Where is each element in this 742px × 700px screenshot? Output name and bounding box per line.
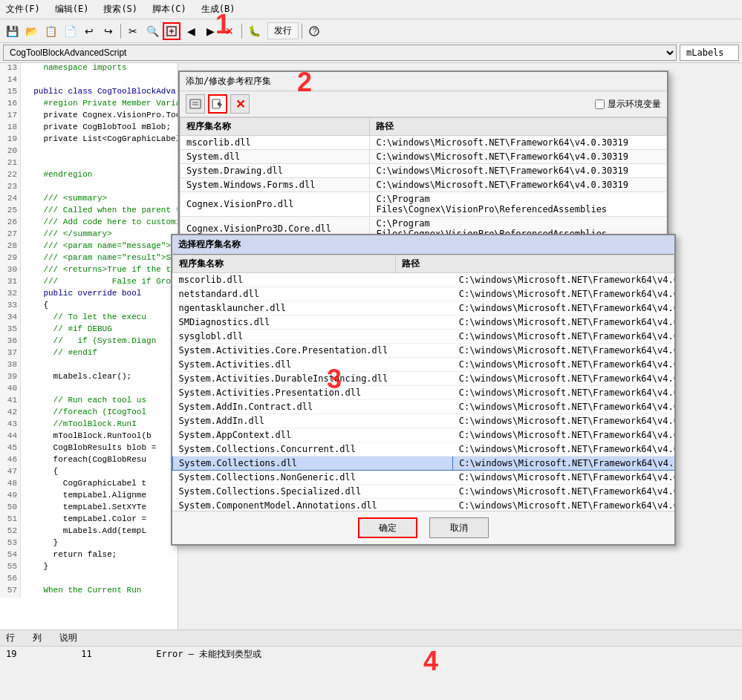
code-line[interactable]: 37 // #endif	[0, 348, 178, 360]
toolbar-paste[interactable]: 📄	[61, 22, 79, 40]
select-asm-row[interactable]: System.Activities.dllC:\windows\Microsof…	[173, 358, 675, 372]
code-line[interactable]: 53 }	[0, 538, 178, 550]
code-line[interactable]: 13 namespace imports	[0, 63, 178, 75]
code-line[interactable]: 31 /// False if GroupR	[0, 277, 178, 289]
select-asm-row[interactable]: System.Activities.Core.Presentation.dllC…	[173, 344, 675, 358]
toolbar-run[interactable]: 发行	[267, 22, 299, 39]
code-line[interactable]: 48 CogGraphicLabel t	[0, 479, 178, 491]
code-line[interactable]: 29 /// <param name="result">Set	[0, 253, 178, 265]
toolbar-stop[interactable]: ✕	[221, 22, 238, 40]
select-asm-row[interactable]: System.AppContext.dllC:\windows\Microsof…	[173, 428, 675, 442]
sep2	[241, 24, 242, 39]
code-line[interactable]: 41 // Run each tool us	[0, 396, 178, 408]
code-line[interactable]: 23	[0, 182, 178, 194]
code-line[interactable]: 38	[0, 360, 178, 372]
code-line[interactable]: 42 //foreach (ICogTool	[0, 408, 178, 419]
show-env-checkbox[interactable]	[595, 99, 605, 109]
ref-table-row[interactable]: System.Drawing.dllC:\windows\Microsoft.N…	[180, 164, 667, 178]
menu-search[interactable]: 搜索(S)	[100, 1, 140, 17]
toolbar-redo[interactable]: ↪	[100, 22, 117, 40]
line-content: }	[21, 538, 178, 550]
ref-table-row[interactable]: mscorlib.dllC:\windows\Microsoft.NET\Fra…	[180, 136, 667, 150]
select-asm-ok-btn[interactable]: 确定	[358, 517, 417, 538]
toolbar-copy[interactable]: 📋	[42, 22, 59, 40]
code-line[interactable]: 27 /// </summary>	[0, 229, 178, 241]
code-line[interactable]: 34 // To let the execu	[0, 313, 178, 324]
code-line[interactable]: 32 public override bool	[0, 289, 178, 301]
menu-build[interactable]: 生成(B)	[198, 1, 238, 17]
toolbar-cut[interactable]: ✂	[124, 22, 142, 40]
code-line[interactable]: 50 tempLabel.SetXYTe	[0, 503, 178, 514]
code-line[interactable]: 22 #endregion	[0, 170, 178, 182]
code-line[interactable]: 19 private List<CogGraphicLabel	[0, 134, 178, 146]
select-asm-row[interactable]: System.Activities.DurableInstancing.dllC…	[173, 372, 675, 386]
code-line[interactable]: 16 #region Private Member Varia	[0, 99, 178, 111]
code-line[interactable]: 51 tempLabel.Color =	[0, 514, 178, 526]
select-asm-row[interactable]: System.ComponentModel.Annotations.dllC:\…	[173, 499, 675, 511]
code-line[interactable]: 28 /// <param name="message">Se	[0, 241, 178, 253]
select-asm-row[interactable]: netstandard.dllC:\windows\Microsoft.NET\…	[173, 287, 675, 301]
add-ref-delete-btn[interactable]: ✕	[230, 94, 250, 114]
line-content: #region Private Member Varia	[21, 99, 178, 111]
code-line[interactable]: 57 When the Current Run	[0, 586, 178, 598]
code-line[interactable]: 18 private CogBlobTool mBlob;	[0, 122, 178, 134]
code-line[interactable]: 14	[0, 75, 178, 87]
select-asm-row[interactable]: mscorlib.dllC:\windows\Microsoft.NET\Fra…	[173, 273, 675, 287]
line-number: 45	[0, 443, 21, 455]
code-line[interactable]: 55 }	[0, 562, 178, 574]
toolbar-find[interactable]: 🔍	[143, 22, 161, 40]
code-line[interactable]: 24 /// <summary>	[0, 194, 178, 206]
select-asm-row[interactable]: System.Activities.Presentation.dllC:\win…	[173, 386, 675, 400]
code-line[interactable]: 54 return false;	[0, 550, 178, 562]
toolbar-undo[interactable]: ↩	[80, 22, 98, 40]
select-asm-row[interactable]: System.Collections.NonGeneric.dllC:\wind…	[173, 471, 675, 485]
code-line[interactable]: 49 tempLabel.Alignme	[0, 491, 178, 503]
select-asm-cancel-btn[interactable]: 取消	[429, 517, 489, 538]
code-line[interactable]: 47 {	[0, 467, 178, 479]
code-line[interactable]: 52 mLabels.Add(tempL	[0, 526, 178, 538]
menu-script[interactable]: 脚本(C)	[149, 1, 189, 17]
toolbar-save[interactable]: 💾	[3, 22, 21, 40]
line-number: 34	[0, 313, 21, 324]
code-line[interactable]: 17 private Cognex.VisionPro.Too	[0, 111, 178, 122]
select-asm-row[interactable]: System.AddIn.Contract.dllC:\windows\Micr…	[173, 400, 675, 414]
select-asm-row[interactable]: System.Collections.Specialized.dllC:\win…	[173, 485, 675, 499]
code-line[interactable]: 25 /// Called when the parent t	[0, 206, 178, 217]
menu-file[interactable]: 文件(F)	[3, 1, 43, 17]
menu-edit[interactable]: 编辑(E)	[52, 1, 92, 17]
code-line[interactable]: 46 foreach(CogBlobResu	[0, 455, 178, 467]
toolbar-help[interactable]: ?	[305, 22, 323, 40]
ref-path: C:\windows\Microsoft.NET\Framework64\v4.…	[370, 136, 667, 150]
select-asm-row[interactable]: System.AddIn.dllC:\windows\Microsoft.NET…	[173, 414, 675, 428]
code-line[interactable]: 15 public class CogToolBlockAdva	[0, 87, 178, 99]
code-line[interactable]: 40	[0, 384, 178, 396]
code-line[interactable]: 39 mLabels.clear();	[0, 372, 178, 384]
ref-table-row[interactable]: System.Windows.Forms.dllC:\windows\Micro…	[180, 178, 667, 192]
select-asm-row[interactable]: ngentasklauncher.dllC:\windows\Microsoft…	[173, 301, 675, 315]
select-asm-row[interactable]: System.Collections.Concurrent.dllC:\wind…	[173, 442, 675, 457]
code-line[interactable]: 35 // #if DEBUG	[0, 324, 178, 336]
toolbar-arrow-left[interactable]: ◀	[182, 22, 200, 40]
toolbar-open[interactable]: 📂	[22, 22, 40, 40]
code-line[interactable]: 45 CogBlobResults blob =	[0, 443, 178, 455]
select-asm-row[interactable]: sysglobl.dllC:\windows\Microsoft.NET\Fra…	[173, 330, 675, 344]
ref-table-row[interactable]: Cognex.VisionPro.dllC:\Program Files\Cog…	[180, 192, 667, 217]
code-line[interactable]: 36 // if (System.Diagn	[0, 336, 178, 348]
code-line[interactable]: 44 mToolBlock.RunTool(b	[0, 431, 178, 443]
code-line[interactable]: 43 //mToolBlock.RunI	[0, 419, 178, 431]
code-line[interactable]: 30 /// <returns>True if the too	[0, 265, 178, 277]
code-line[interactable]: 26 /// Add code here to customi	[0, 217, 178, 229]
code-line[interactable]: 21	[0, 158, 178, 170]
ref-table-row[interactable]: System.dllC:\windows\Microsoft.NET\Frame…	[180, 150, 667, 164]
toolbar-arrow-right[interactable]: ▶	[201, 22, 219, 40]
toolbar-debug[interactable]: 🐛	[245, 22, 263, 40]
select-asm-row[interactable]: System.Collections.dllC:\windows\Microso…	[173, 457, 675, 471]
code-line[interactable]: 56	[0, 574, 178, 586]
code-line[interactable]: 33 {	[0, 301, 178, 313]
toolbar-ref-highlighted[interactable]	[163, 22, 180, 40]
add-ref-add-btn[interactable]	[186, 94, 205, 114]
add-ref-edit-btn[interactable]	[208, 94, 227, 114]
code-line[interactable]: 20	[0, 146, 178, 158]
select-asm-row[interactable]: SMDiagnostics.dllC:\windows\Microsoft.NE…	[173, 315, 675, 330]
address-dropdown[interactable]: CogToolBlockAdvancedScript	[3, 45, 677, 61]
